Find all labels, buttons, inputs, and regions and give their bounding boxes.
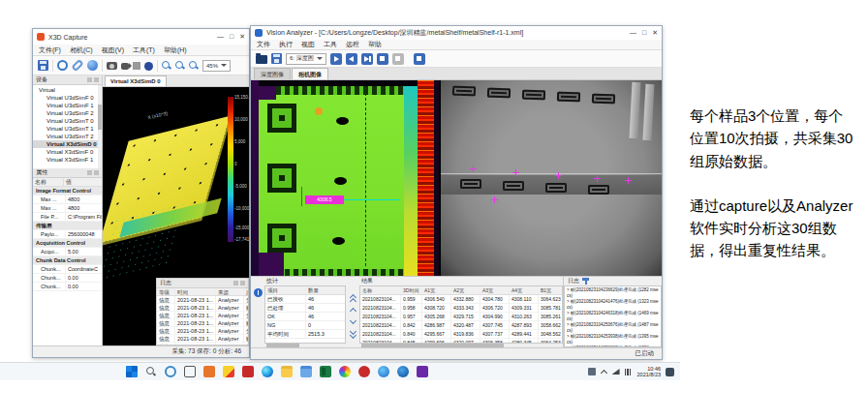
property-row[interactable]: File P... C:\Program Fil...: [33, 213, 102, 222]
device-tree-item[interactable]: Virtual U3dSimF 2: [33, 109, 102, 117]
va-menu-item[interactable]: 远程: [346, 40, 359, 49]
device-tree-item[interactable]: Virtual U3dSimT 0: [33, 117, 102, 125]
x3d-maximize-button[interactable]: □: [230, 32, 233, 42]
log-row[interactable]: 信息 2021-08-23 1... Analyzer 分析数据成功: [157, 343, 248, 345]
log-row[interactable]: 信息 2021-08-23 1... Analyzer 分析数据成功: [157, 312, 248, 319]
save-icon[interactable]: [38, 60, 48, 71]
log-row[interactable]: 信息 2021-08-23 1... Analyzer 分析数据成功: [157, 296, 248, 304]
stats-row[interactable]: OK 46: [265, 313, 345, 321]
next-page-icon[interactable]: [349, 318, 357, 325]
device-tree-item[interactable]: Virtual X3dSimD 0: [33, 140, 102, 148]
va-log-entry[interactable]: > 帧(20210823104236629)处理完成 (1282 msecs): [567, 287, 659, 298]
va-titlebar[interactable]: Vision Analyzer - [C:/Users/Longze/Deskt…: [251, 26, 662, 40]
results-row[interactable]: 20210823104... 0.959 4306.540 4332.880 4…: [360, 295, 563, 304]
results-hscrollbar[interactable]: [359, 344, 563, 347]
panel-close-icon[interactable]: [94, 170, 99, 175]
x3d-minimize-button[interactable]: —: [217, 32, 224, 42]
stats-row[interactable]: 已接收 46: [265, 295, 345, 304]
zoom-fit-icon[interactable]: [189, 61, 199, 71]
log-row[interactable]: 信息 2021-08-23 1... Analyzer 输入队列满了: [157, 304, 248, 312]
results-row[interactable]: 20210823104... 0.957 4305.268 4329.715 4…: [360, 313, 563, 321]
property-row[interactable]: Max ... 4800: [33, 195, 102, 204]
property-row[interactable]: Chunk... CoordinateC: [33, 265, 102, 274]
stop-button[interactable]: [377, 53, 388, 65]
image-tab[interactable]: 相机图像: [292, 68, 328, 79]
va-minimize-button[interactable]: —: [630, 28, 636, 38]
device-tree-item[interactable]: Virtual U3dSimF 0: [33, 94, 102, 102]
file-explorer-icon[interactable]: [281, 366, 293, 377]
info-icon[interactable]: [254, 288, 263, 297]
view-mode-select[interactable]: 6: 深度图: [286, 53, 326, 65]
va-menu-item[interactable]: 帮助: [368, 40, 382, 49]
stats-row[interactable]: 已处理 46: [265, 304, 345, 313]
notification-center-icon[interactable]: [666, 368, 674, 376]
excel-icon[interactable]: [320, 366, 331, 377]
x3d-menu-item[interactable]: 工具(T): [133, 45, 155, 55]
x3d-menu-item[interactable]: 相机(C): [70, 45, 93, 55]
first-page-icon[interactable]: [349, 295, 357, 302]
browser-icon[interactable]: [397, 366, 409, 377]
property-row[interactable]: Acqui... 5.00: [33, 248, 102, 256]
va-close-button[interactable]: ✕: [652, 28, 658, 38]
pause-button[interactable]: [392, 53, 404, 65]
edge-browser-icon[interactable]: [262, 366, 273, 377]
zoom-out-icon[interactable]: [175, 61, 185, 71]
device-tree-root[interactable]: Virtual: [33, 86, 102, 94]
x3d-menu-item[interactable]: 视图(V): [102, 45, 124, 55]
step-forward-button[interactable]: [361, 53, 373, 65]
last-page-icon[interactable]: [349, 330, 357, 337]
save-icon[interactable]: [271, 53, 282, 64]
property-row[interactable]: Acquisition Control: [33, 239, 102, 248]
va-log-entry[interactable]: > 帧(20210823104253938)处理完成 (1395 msecs): [567, 334, 659, 345]
taskbar-app-icon[interactable]: [417, 366, 428, 377]
property-row[interactable]: Max ... 4800: [33, 204, 102, 213]
device-tree-item[interactable]: Virtual U3dSimT 2: [33, 133, 102, 140]
tree-scrollbar[interactable]: [98, 85, 102, 168]
property-row[interactable]: Image Format Control: [33, 187, 102, 195]
prev-page-icon[interactable]: [349, 307, 357, 314]
stats-row[interactable]: NG 0: [265, 321, 345, 330]
taskbar-app-icon[interactable]: [242, 366, 254, 377]
network-icon[interactable]: [612, 369, 620, 375]
device-tree-item[interactable]: Virtual U3dSimT 1: [33, 125, 102, 133]
browser-icon[interactable]: [378, 366, 389, 377]
settings-button[interactable]: [414, 53, 425, 65]
tray-app-icon[interactable]: [588, 368, 596, 375]
taskbar-app-icon[interactable]: [223, 366, 234, 377]
step-back-button[interactable]: [346, 53, 357, 65]
snapshot-icon[interactable]: [107, 62, 117, 70]
x3d-menu-item[interactable]: 文件(F): [39, 45, 61, 55]
zoom-level-select[interactable]: 45%: [202, 60, 231, 72]
zoom-in-icon[interactable]: [162, 61, 171, 71]
record-video-icon[interactable]: [121, 63, 129, 70]
folder-app-icon[interactable]: [300, 366, 312, 377]
start-button[interactable]: [126, 366, 138, 377]
device-tree-item[interactable]: Virtual X3dSimF 0: [33, 148, 102, 156]
x3d-close-button[interactable]: ✕: [239, 32, 245, 42]
taskbar-app-icon[interactable]: [203, 366, 215, 377]
viewport-tab[interactable]: Virtual X3dSimD 0: [105, 75, 167, 86]
log-row[interactable]: 信息 2021-08-23 1... Analyzer 输入队列满了: [157, 319, 248, 327]
log-row[interactable]: 信息 2021-08-23 1... Analyzer 输入队列满了: [157, 335, 248, 343]
results-row[interactable]: 20210823104... 0.840 4295.667 4319.836 4…: [360, 330, 563, 339]
open-file-icon[interactable]: [256, 55, 267, 64]
task-view-icon[interactable]: [184, 366, 196, 377]
taskbar-clock[interactable]: 10:46 2021/8/23: [637, 366, 661, 378]
panel-float-icon[interactable]: [87, 170, 92, 175]
hidden-icons-chevron[interactable]: [601, 369, 607, 375]
va-log-entry[interactable]: > 帧(20210823104246318)处理完成 (1469 msecs): [567, 311, 659, 321]
property-row[interactable]: Paylo... 256000048: [33, 230, 102, 239]
taskbar-app-icon[interactable]: [358, 366, 370, 377]
panel-close-icon[interactable]: [94, 77, 99, 82]
depth-heatmap-pane[interactable]: 4306.5: [251, 80, 441, 276]
panel-float-icon[interactable]: [87, 77, 92, 82]
results-row[interactable]: 20210823104... 0.958 4308.720 4333.343 4…: [360, 304, 563, 313]
va-menu-item[interactable]: 工具: [324, 40, 337, 49]
stats-hscrollbar[interactable]: [264, 344, 346, 347]
acquire-icon[interactable]: [144, 62, 153, 71]
search-icon[interactable]: [145, 366, 157, 377]
device-tree-item[interactable]: Virtual U3dSimF 1: [33, 102, 102, 109]
va-menu-item[interactable]: 执行: [279, 40, 293, 49]
va-log-entry[interactable]: > 帧(20210823104250676)处理完成 (1487 msecs): [567, 322, 659, 333]
run-button[interactable]: [330, 53, 342, 65]
